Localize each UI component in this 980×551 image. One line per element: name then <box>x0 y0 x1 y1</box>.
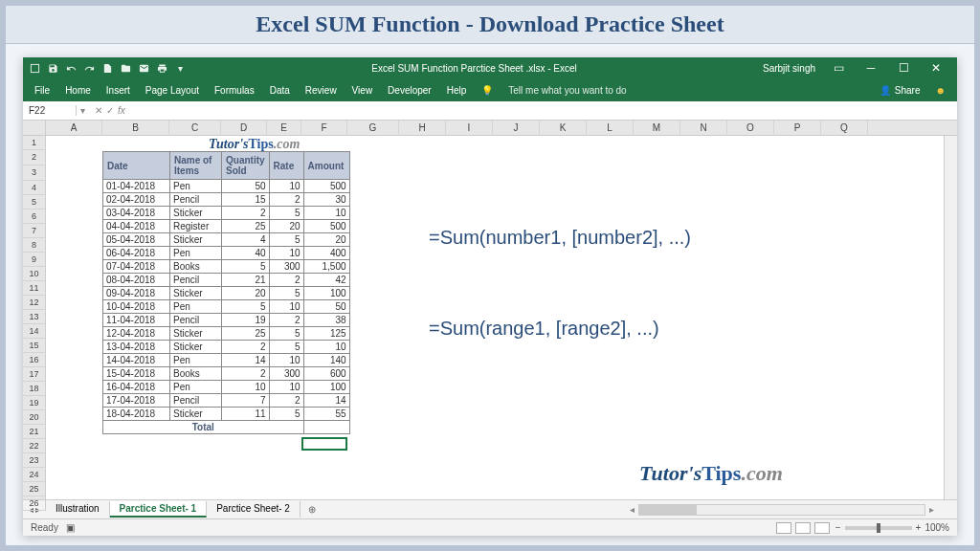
smiley-icon[interactable]: ☻ <box>935 85 946 96</box>
row-header-25[interactable]: 25 <box>23 482 46 496</box>
cell[interactable]: 25 <box>222 327 270 341</box>
cell[interactable]: 5 <box>269 341 303 354</box>
select-all-triangle[interactable] <box>23 121 46 135</box>
name-box[interactable]: F22 <box>23 105 77 116</box>
col-header-I[interactable]: I <box>446 121 493 136</box>
col-header-F[interactable]: F <box>301 121 347 136</box>
tab-developer[interactable]: Developer <box>388 85 432 96</box>
zoom-out-icon[interactable]: − <box>835 522 841 533</box>
cell[interactable]: 15 <box>222 193 270 207</box>
cell[interactable]: 19 <box>222 314 270 327</box>
cell[interactable]: 5 <box>269 408 303 421</box>
hscroll-left-icon[interactable]: ◂ <box>626 504 638 516</box>
tab-insert[interactable]: Insert <box>106 85 130 96</box>
dropdown-icon[interactable]: ▾ <box>174 62 186 74</box>
col-header-C[interactable]: C <box>169 121 221 136</box>
cell[interactable]: 30 <box>303 193 349 207</box>
cell[interactable]: 400 <box>303 247 349 260</box>
cell[interactable]: 5 <box>269 207 303 220</box>
cell[interactable]: 01-04-2018 <box>103 180 170 193</box>
cell[interactable]: Pen <box>170 300 222 314</box>
row-header-18[interactable]: 18 <box>23 382 46 396</box>
name-box-dropdown-icon[interactable]: ▾ <box>77 105 89 116</box>
cell[interactable]: Register <box>170 220 222 233</box>
email-icon[interactable] <box>138 62 149 74</box>
cell[interactable]: 50 <box>222 180 270 193</box>
row-header-17[interactable]: 17 <box>23 367 46 382</box>
cell[interactable]: Sticker <box>170 233 222 247</box>
col-header-K[interactable]: K <box>540 121 587 136</box>
cell[interactable]: Sticker <box>170 327 222 341</box>
cell[interactable]: Books <box>170 260 222 274</box>
cell[interactable]: 14 <box>222 354 270 367</box>
cell[interactable]: Books <box>170 367 222 381</box>
col-header-A[interactable]: A <box>46 121 102 136</box>
cell[interactable]: 140 <box>303 354 349 367</box>
cell[interactable]: 40 <box>222 247 270 260</box>
zoom-slider[interactable] <box>845 526 912 530</box>
maximize-icon[interactable]: ☐ <box>888 61 919 75</box>
cell[interactable]: 10 <box>269 381 303 394</box>
cell[interactable]: 21 <box>222 274 270 287</box>
row-header-20[interactable]: 20 <box>23 410 46 425</box>
row-header-9[interactable]: 9 <box>23 253 46 267</box>
sheet-tab[interactable]: Parctice Sheet- 2 <box>207 501 301 518</box>
tell-me-input[interactable]: Tell me what you want to do <box>508 85 626 96</box>
row-header-8[interactable]: 8 <box>23 238 46 253</box>
row-header-23[interactable]: 23 <box>23 453 46 468</box>
row-header-26[interactable]: 26 <box>23 496 46 511</box>
cell[interactable]: 300 <box>269 367 303 381</box>
cell[interactable]: 2 <box>269 314 303 327</box>
col-header-G[interactable]: G <box>347 121 399 136</box>
cell[interactable]: 15-04-2018 <box>103 367 170 381</box>
tab-data[interactable]: Data <box>270 85 290 96</box>
cell[interactable]: 5 <box>222 300 270 314</box>
row-header-14[interactable]: 14 <box>23 324 46 339</box>
user-name[interactable]: Sarbjit singh <box>763 63 815 74</box>
macro-record-icon[interactable]: ▣ <box>66 522 75 533</box>
cell[interactable]: Sticker <box>170 408 222 421</box>
cell[interactable]: 55 <box>303 408 349 421</box>
row-header-7[interactable]: 7 <box>23 224 46 238</box>
cell[interactable]: 5 <box>222 260 270 274</box>
cancel-icon[interactable]: ✕ <box>95 105 102 116</box>
row-header-3[interactable]: 3 <box>23 165 46 181</box>
cell[interactable]: 20 <box>269 220 303 233</box>
cell[interactable]: Pen <box>170 381 222 394</box>
tab-page-layout[interactable]: Page Layout <box>145 85 199 96</box>
cell[interactable]: 18-04-2018 <box>103 408 170 421</box>
cell[interactable]: 38 <box>303 314 349 327</box>
tab-home[interactable]: Home <box>65 85 91 96</box>
cells-area[interactable]: Tutor'sTips.com DateName of ItemsQuantit… <box>46 136 957 499</box>
horizontal-scrollbar[interactable] <box>638 504 925 516</box>
cell[interactable]: 7 <box>222 394 270 408</box>
cell[interactable]: 06-04-2018 <box>103 247 170 260</box>
cell[interactable]: 1,500 <box>303 260 349 274</box>
col-header-L[interactable]: L <box>587 121 634 136</box>
close-icon[interactable]: ✕ <box>921 61 951 75</box>
cell[interactable]: 10-04-2018 <box>103 300 170 314</box>
vertical-scrollbar[interactable] <box>944 136 957 499</box>
cell[interactable]: 13-04-2018 <box>103 341 170 354</box>
zoom-in-icon[interactable]: + <box>916 522 922 533</box>
row-header-21[interactable]: 21 <box>23 425 46 439</box>
cell[interactable]: Pencil <box>170 394 222 408</box>
row-header-5[interactable]: 5 <box>23 195 46 209</box>
col-header-D[interactable]: D <box>221 121 267 136</box>
redo-icon[interactable] <box>83 62 95 74</box>
cell[interactable]: 10 <box>269 247 303 260</box>
ribbon-options-icon[interactable]: ▭ <box>823 61 854 75</box>
cell[interactable]: Pen <box>170 180 222 193</box>
cell[interactable]: 5 <box>269 327 303 341</box>
cell[interactable]: 05-04-2018 <box>103 233 170 247</box>
cell[interactable]: 10 <box>269 354 303 367</box>
cell[interactable]: 2 <box>269 193 303 207</box>
share-button[interactable]: 👤Share <box>880 85 921 96</box>
cell[interactable]: Sticker <box>170 341 222 354</box>
cell[interactable]: 09-04-2018 <box>103 287 170 300</box>
cell[interactable]: Pen <box>170 247 222 260</box>
cell[interactable]: 10 <box>269 300 303 314</box>
tab-formulas[interactable]: Formulas <box>214 85 255 96</box>
cell[interactable]: 600 <box>303 367 349 381</box>
cell[interactable]: 100 <box>303 287 349 300</box>
